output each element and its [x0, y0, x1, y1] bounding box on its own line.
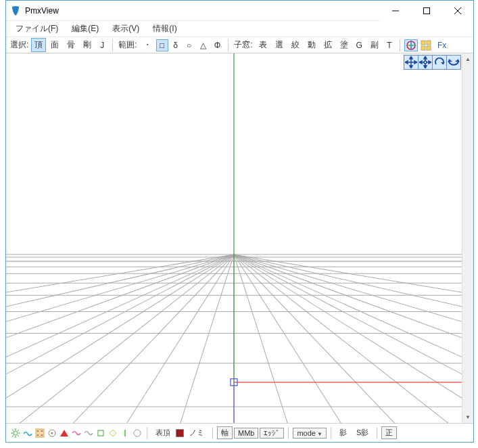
svg-line-73 [12, 435, 14, 436]
maximize-button[interactable] [411, 1, 442, 21]
sshadow-button[interactable]: S影 [352, 426, 373, 439]
svg-line-28 [234, 254, 431, 423]
manip-pan-icon[interactable] [404, 55, 419, 70]
titlebar: PmxView [6, 1, 473, 21]
menu-file[interactable]: ファイル(F) [9, 21, 65, 37]
range-triangle-button[interactable]: △ [197, 39, 210, 51]
manip-orbit-icon[interactable] [446, 55, 461, 70]
menu-view[interactable]: 表示(V) [105, 21, 146, 37]
color-swatch[interactable] [176, 429, 184, 437]
subwindow-label: 子窓: [233, 39, 254, 51]
axis-button[interactable]: 軸 [217, 426, 233, 439]
icon-square-dots[interactable] [34, 428, 45, 439]
sw-select-button[interactable]: 選 [272, 38, 287, 52]
minimize-button[interactable] [380, 1, 411, 21]
svg-marker-59 [424, 66, 427, 68]
svg-point-85 [134, 430, 141, 436]
separator [288, 427, 289, 439]
viewport[interactable]: ▲ ▼ [6, 53, 473, 423]
svg-marker-83 [110, 430, 116, 436]
scroll-up-icon[interactable]: ▲ [462, 53, 473, 65]
select-label: 選択: [9, 39, 30, 51]
svg-line-35 [6, 254, 234, 423]
menu-info[interactable]: 情報(I) [146, 21, 183, 37]
icon-triangle-red[interactable] [59, 428, 70, 439]
separator [147, 427, 147, 439]
sw-paint-button[interactable]: 塗 [337, 38, 352, 52]
sw-t-button[interactable]: T [383, 39, 396, 51]
separator [400, 39, 400, 51]
separator [228, 39, 229, 51]
scroll-down-icon[interactable]: ▼ [462, 411, 473, 423]
svg-marker-61 [429, 61, 431, 64]
svg-line-39 [6, 254, 234, 423]
svg-rect-82 [98, 430, 103, 436]
sw-g-button[interactable]: G [353, 39, 366, 51]
app-icon [10, 5, 21, 16]
select-vertex-button[interactable]: 頂 [31, 38, 46, 52]
icon-diamond-yellow[interactable] [107, 428, 118, 439]
svg-rect-7 [421, 41, 425, 45]
menu-edit[interactable]: 編集(E) [65, 21, 105, 37]
svg-point-77 [37, 434, 39, 436]
svg-line-70 [12, 430, 14, 431]
close-button[interactable] [442, 1, 473, 21]
svg-line-37 [6, 254, 234, 423]
range-circle-button[interactable]: ○ [183, 39, 195, 51]
sw-front-button[interactable]: 表 [256, 38, 270, 52]
manip-rotate-icon[interactable] [432, 55, 447, 70]
icon-wave-gray[interactable] [83, 428, 94, 439]
window-buttons [380, 1, 473, 20]
icon-wave[interactable] [22, 428, 33, 439]
svg-rect-1 [424, 8, 430, 14]
svg-point-78 [41, 434, 43, 436]
gizmo-grid-icon[interactable] [419, 39, 433, 51]
icon-sun[interactable] [10, 428, 21, 439]
svg-line-31 [6, 254, 234, 423]
select-bone-button[interactable]: 骨 [64, 38, 78, 52]
icon-wave-pink[interactable] [71, 428, 82, 439]
select-face-button[interactable]: 面 [47, 38, 62, 52]
svg-point-75 [37, 430, 39, 432]
manip-move-icon[interactable] [418, 55, 433, 70]
hyoutei-button[interactable]: 表頂 [151, 426, 174, 439]
sw-weight-button[interactable]: 絞 [288, 38, 303, 52]
sw-expand-button[interactable]: 拡 [320, 38, 335, 52]
icon-target[interactable] [47, 428, 57, 439]
svg-point-80 [51, 432, 53, 434]
window-title: PmxView [25, 6, 380, 16]
mode-dropdown[interactable]: mode▼ [293, 428, 326, 439]
shadow-button[interactable]: 影 [335, 426, 351, 439]
svg-marker-62 [441, 62, 445, 64]
svg-marker-51 [410, 56, 412, 59]
svg-rect-10 [427, 46, 431, 50]
fx-button[interactable]: Fx [434, 39, 450, 51]
icon-square-green[interactable] [95, 428, 106, 439]
icon-circle-outline[interactable] [132, 428, 143, 439]
view-manipulator [404, 55, 461, 70]
sw-motion-button[interactable]: 動 [304, 38, 319, 52]
gizmo-circle-icon[interactable] [404, 39, 418, 51]
viewport-canvas[interactable] [6, 53, 462, 423]
svg-rect-9 [421, 46, 425, 50]
range-square-button[interactable]: □ [156, 39, 168, 51]
svg-line-38 [234, 254, 462, 423]
nomi-button[interactable]: ノミ [185, 426, 208, 439]
range-phi-button[interactable]: Φ [211, 39, 224, 51]
svg-line-30 [234, 254, 462, 423]
cropped-left-margin [0, 0, 5, 448]
edge-button[interactable]: ｴｯｼﾞ [260, 428, 284, 439]
range-delta-button[interactable]: δ [170, 39, 182, 51]
svg-rect-8 [427, 41, 431, 45]
sw-sub-button[interactable]: 副 [367, 38, 382, 52]
svg-line-41 [6, 254, 234, 423]
front-button[interactable]: 正 [381, 426, 397, 439]
icon-bar-green[interactable] [120, 428, 130, 439]
svg-line-42 [234, 254, 462, 423]
viewport-scrollbar[interactable]: ▲ ▼ [462, 53, 473, 423]
svg-line-36 [234, 254, 462, 423]
mmb-button[interactable]: MMb [234, 428, 258, 439]
select-rigid-button[interactable]: 剛 [80, 38, 95, 52]
range-dot-button[interactable]: ・ [140, 38, 155, 52]
select-joint-button[interactable]: J [96, 39, 108, 51]
